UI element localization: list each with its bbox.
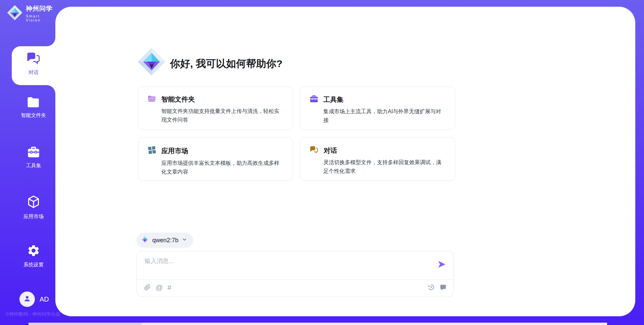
card-title: 工具集 [323, 95, 343, 104]
card-title: 应用市场 [161, 146, 188, 155]
history-icon[interactable] [427, 283, 435, 291]
app: 神州问学 Smart Vision 对话 智能文件夹 [0, 0, 644, 325]
composer-right-tools [427, 283, 447, 291]
message-composer: @ # [137, 251, 454, 297]
tab-curve-bottom [47, 85, 55, 94]
sidebar-item-settings[interactable]: 系统设置 [12, 244, 55, 268]
model-name: qwen2:7b [152, 237, 178, 244]
topic-icon[interactable]: # [167, 284, 171, 291]
gear-icon [27, 253, 40, 258]
brand-logo-icon [7, 5, 23, 22]
copyright: ©神州数码 · 神州问学出品 [6, 311, 60, 317]
sidebar-item-toolset[interactable]: 工具集 [12, 146, 55, 169]
sidebar-item-smart-folder[interactable]: 智能文件夹 [12, 96, 55, 119]
card-description: 灵活切换多模型文件，支持多样回复效果调试，满足个性化需求 [323, 158, 445, 175]
send-icon[interactable] [437, 260, 446, 270]
chevron-down-icon [182, 237, 187, 244]
feedback-chat-icon[interactable] [439, 284, 447, 291]
mention-icon[interactable]: @ [156, 284, 163, 291]
sidebar-item-label: 应用市场 [12, 213, 55, 220]
model-selector[interactable]: qwen2:7b [137, 233, 193, 248]
card-smart-folder[interactable]: 智能文件夹 智能文件夹功能支持批量文件上传与清洗，轻松实现文件问答 [138, 86, 293, 130]
avatar [19, 291, 35, 307]
card-title: 对话 [324, 146, 337, 155]
card-description: 智能文件夹功能支持批量文件上传与清洗，轻松实现文件问答 [161, 107, 283, 124]
briefcase-icon [310, 95, 318, 104]
briefcase-icon [27, 153, 40, 159]
card-toolset[interactable]: 工具集 集成市场上主流工具，助力AI与外界无缝扩展与对接 [300, 86, 455, 130]
feature-cards: 智能文件夹 智能文件夹功能支持批量文件上传与清洗，轻松实现文件问答 工具集 集成… [138, 86, 455, 181]
horizontal-scrollbar[interactable] [29, 323, 607, 325]
chat-bubbles-icon [26, 60, 41, 66]
folder-icon [148, 95, 156, 104]
card-chat[interactable]: 对话 灵活切换多模型文件，支持多样回复效果调试，满足个性化需求 [300, 137, 455, 181]
message-input[interactable] [137, 251, 453, 279]
composer-divider [137, 279, 453, 280]
card-title: 智能文件夹 [161, 95, 195, 104]
chat-bubbles-icon [310, 146, 319, 155]
hero-logo-icon [137, 47, 166, 78]
sidebar-item-label: 系统设置 [12, 262, 55, 268]
sidebar-item-label: 对话 [12, 69, 55, 76]
brand-text: 神州问学 Smart Vision [26, 4, 55, 22]
folder-icon [27, 103, 40, 109]
scrollbar-thumb[interactable] [29, 323, 142, 325]
brand-subtitle: Smart Vision [26, 14, 55, 22]
composer-toolbar: @ # [144, 283, 171, 291]
sidebar-item-label: 智能文件夹 [12, 112, 55, 119]
tab-curve-top [47, 38, 55, 46]
user-name: AD [40, 296, 49, 303]
user-icon [23, 294, 32, 304]
brand-name: 神州问学 [26, 4, 55, 13]
brand: 神州问学 Smart Vision [7, 4, 55, 22]
card-description: 集成市场上主流工具，助力AI与外界无缝扩展与对接 [323, 107, 445, 124]
greeting-title: 你好, 我可以如何帮助你? [170, 57, 282, 71]
cube-icon [27, 204, 40, 210]
card-description: 应用市场提供丰富长文本模板，助力高效生成多样化文章内容 [161, 159, 283, 176]
sidebar: 神州问学 Smart Vision 对话 智能文件夹 [0, 0, 55, 325]
attachment-icon[interactable] [144, 283, 151, 291]
user-account[interactable]: AD [19, 291, 49, 307]
model-logo-icon [141, 236, 149, 245]
sidebar-item-label: 工具集 [12, 162, 55, 169]
grid-icon [148, 146, 156, 156]
sidebar-item-chat[interactable]: 对话 [12, 46, 55, 85]
card-app-market[interactable]: 应用市场 应用市场提供丰富长文本模板，助力高效生成多样化文章内容 [138, 137, 293, 181]
sidebar-item-app-market[interactable]: 应用市场 [12, 195, 55, 220]
